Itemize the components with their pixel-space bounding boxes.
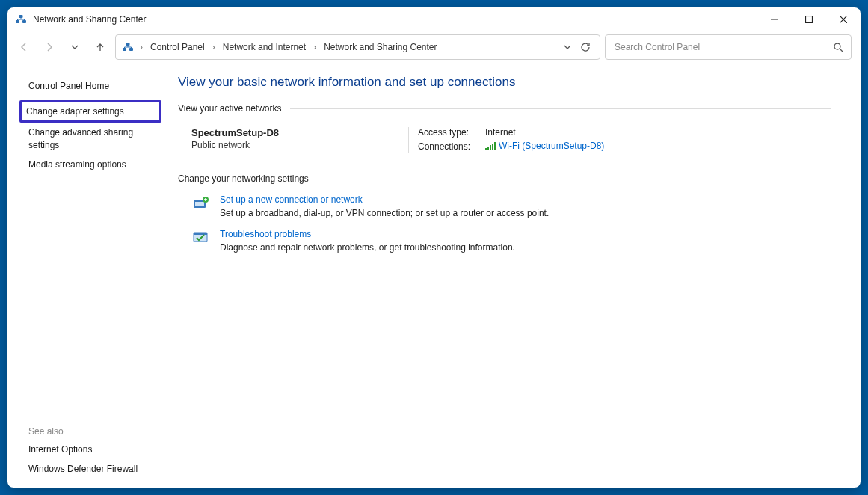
refresh-button[interactable] <box>580 42 591 52</box>
sidebar-control-panel-home[interactable]: Control Panel Home <box>25 76 157 96</box>
toolbar: › Control Panel › Network and Internet ›… <box>7 31 861 67</box>
body: Control Panel Home Change adapter settin… <box>7 67 861 488</box>
troubleshoot-desc: Diagnose and repair network problems, or… <box>220 242 515 253</box>
app-icon <box>15 13 27 25</box>
svg-rect-4 <box>123 48 126 51</box>
see-also-label: See also <box>25 422 157 440</box>
network-type: Public network <box>191 140 408 150</box>
up-button[interactable] <box>90 37 111 58</box>
breadcrumb-control-panel[interactable]: Control Panel <box>149 42 206 52</box>
wifi-icon <box>485 141 496 150</box>
recent-dropdown[interactable] <box>64 37 85 58</box>
svg-rect-14 <box>195 202 204 206</box>
setup-connection-desc: Set up a broadband, dial-up, or VPN conn… <box>220 208 549 218</box>
sidebar-change-adapter-highlight: Change adapter settings <box>19 100 161 123</box>
titlebar: Network and Sharing Center <box>7 7 861 31</box>
forward-button[interactable] <box>39 37 60 58</box>
svg-point-7 <box>834 43 840 49</box>
troubleshoot-item: Troubleshoot problems Diagnose and repai… <box>191 229 831 253</box>
connection-link-text: Wi-Fi (SpectrumSetup-D8) <box>499 141 604 151</box>
see-also-internet-options[interactable]: Internet Options <box>25 440 157 459</box>
sidebar-change-adapter-settings[interactable]: Change adapter settings <box>26 105 155 117</box>
svg-rect-9 <box>487 147 489 150</box>
search-box[interactable] <box>605 34 852 60</box>
chevron-right-icon: › <box>137 42 146 52</box>
setup-connection-link[interactable]: Set up a new connection or network <box>220 194 549 205</box>
svg-rect-10 <box>490 145 491 150</box>
close-button[interactable] <box>826 7 861 31</box>
sidebar: Control Panel Home Change adapter settin… <box>7 67 164 488</box>
svg-rect-8 <box>485 148 487 150</box>
address-icon <box>122 41 134 53</box>
page-heading: View your basic network information and … <box>178 75 831 90</box>
breadcrumb-network-sharing[interactable]: Network and Sharing Center <box>322 42 438 52</box>
sidebar-media-streaming[interactable]: Media streaming options <box>25 155 157 174</box>
window: Network and Sharing Center <box>7 7 861 488</box>
minimize-button[interactable] <box>757 7 792 31</box>
troubleshoot-icon <box>191 229 209 247</box>
main-content: View your basic network information and … <box>164 67 861 488</box>
troubleshoot-link[interactable]: Troubleshoot problems <box>220 229 515 239</box>
chevron-right-icon: › <box>310 42 319 52</box>
svg-rect-11 <box>492 144 493 150</box>
active-networks-label: View your active networks <box>178 103 831 114</box>
network-identity: SpectrumSetup-D8 Public network <box>191 127 408 153</box>
setup-connection-icon <box>191 194 209 212</box>
network-name: SpectrumSetup-D8 <box>191 127 408 138</box>
search-icon <box>833 42 843 52</box>
back-button[interactable] <box>13 37 34 58</box>
access-type-value: Internet <box>485 127 604 138</box>
svg-rect-1 <box>22 20 26 23</box>
window-controls <box>757 7 861 31</box>
search-input[interactable] <box>613 41 833 53</box>
address-bar[interactable]: › Control Panel › Network and Internet ›… <box>115 34 600 60</box>
svg-rect-5 <box>129 48 133 51</box>
active-network-row: SpectrumSetup-D8 Public network Access t… <box>191 127 831 153</box>
window-title: Network and Sharing Center <box>33 14 146 25</box>
address-dropdown[interactable] <box>564 43 571 51</box>
svg-rect-17 <box>194 233 207 235</box>
sidebar-change-advanced-sharing[interactable]: Change advanced sharing settings <box>25 123 157 154</box>
breadcrumb-network-internet[interactable]: Network and Internet <box>221 42 307 52</box>
svg-rect-3 <box>806 16 813 23</box>
access-type-label: Access type: <box>418 127 485 138</box>
svg-rect-6 <box>126 43 130 46</box>
svg-rect-12 <box>494 142 496 150</box>
svg-rect-2 <box>19 15 23 18</box>
svg-rect-0 <box>16 20 19 23</box>
maximize-button[interactable] <box>792 7 826 31</box>
chevron-right-icon: › <box>209 42 218 52</box>
network-details: Access type: Internet Connections: <box>408 127 604 153</box>
setup-connection-item: Set up a new connection or network Set u… <box>191 194 831 218</box>
change-settings-label: Change your networking settings <box>178 173 831 184</box>
connection-link[interactable]: Wi-Fi (SpectrumSetup-D8) <box>485 141 604 151</box>
see-also-defender-firewall[interactable]: Windows Defender Firewall <box>25 459 157 479</box>
connections-label: Connections: <box>418 141 485 152</box>
